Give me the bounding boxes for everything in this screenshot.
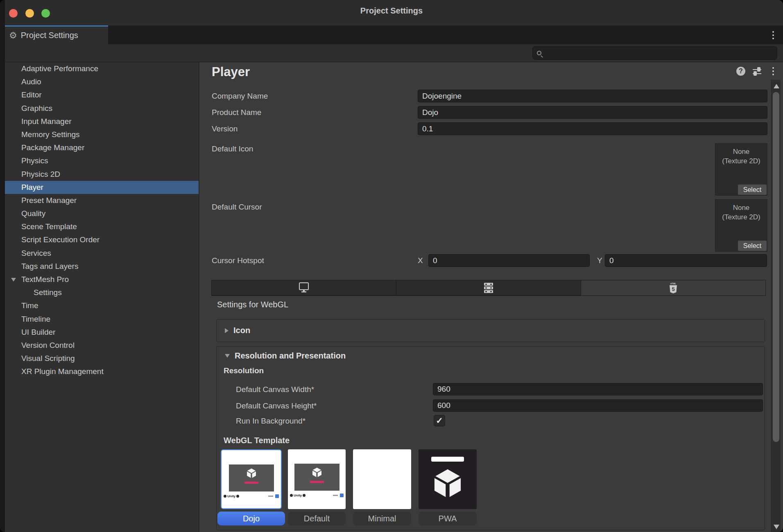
sidebar-item-physics-2d[interactable]: Physics 2D [5, 168, 199, 181]
sidebar-item-visual-scripting[interactable]: Visual Scripting [5, 352, 199, 365]
presets-icon[interactable] [752, 67, 762, 77]
sidebar-item-settings[interactable]: Settings [5, 286, 199, 299]
platform-tab-webgl[interactable]: HTML 5 [581, 280, 765, 295]
webgl-template-card-dojo[interactable]: Unity [221, 449, 282, 509]
hotspot-y-label: Y [597, 254, 602, 267]
default-cursor-select-button[interactable]: Select [738, 241, 767, 251]
blue-badge-icon [275, 494, 279, 498]
platform-tab-desktop[interactable] [212, 280, 396, 295]
product-name-label: Product Name [212, 106, 261, 119]
default-icon-texture-well[interactable]: None(Texture 2D) Select [715, 143, 767, 196]
tab-menu-kebab-icon[interactable] [772, 31, 774, 39]
pwa-address-bar [431, 457, 464, 462]
svg-text:HTML: HTML [670, 282, 676, 284]
sidebar-item-timeline[interactable]: Timeline [5, 313, 199, 326]
webgl-template-name-dojo[interactable]: Dojo [217, 512, 285, 525]
desktop-monitor-icon [297, 282, 311, 293]
template-preview-footer: Unity [290, 493, 344, 498]
product-name-field[interactable]: Dojo [418, 106, 767, 119]
sidebar-item-physics[interactable]: Physics [5, 154, 199, 167]
titlebar: Project Settings [0, 0, 783, 25]
resolution-presentation-section: Resolution and Presentation Resolution D… [216, 346, 765, 530]
chevron-down-icon [225, 354, 230, 358]
default-cursor-none-text: None(Texture 2D) [715, 203, 767, 222]
sidebar-item-script-execution-order[interactable]: Script Execution Order [5, 233, 199, 246]
tab-project-settings[interactable]: ⚙ Project Settings [3, 25, 108, 44]
default-cursor-label: Default Cursor [212, 201, 262, 213]
tab-bar: ⚙ Project Settings [0, 25, 783, 44]
dedicated-server-icon [483, 282, 494, 293]
sidebar-item-services[interactable]: Services [5, 247, 199, 260]
gear-icon: ⚙ [9, 31, 17, 40]
run-in-background-checkbox[interactable]: ✓ [434, 415, 445, 426]
vertical-scrollbar [771, 80, 781, 532]
toolbar [0, 44, 783, 62]
run-in-background-label: Run In Background* [236, 415, 306, 427]
canvas-width-field[interactable]: 960 [433, 383, 763, 395]
version-field[interactable]: 0.1 [418, 122, 767, 135]
unity-pink-bar [244, 482, 258, 484]
hotspot-y-field[interactable]: 0 [605, 254, 767, 267]
search-box [532, 46, 777, 60]
tab-label: Project Settings [21, 31, 78, 40]
default-cursor-texture-well[interactable]: None(Texture 2D) Select [715, 199, 767, 252]
template-preview [294, 464, 339, 491]
sidebar-item-scene-template[interactable]: Scene Template [5, 220, 199, 233]
svg-text:5: 5 [672, 286, 674, 292]
company-name-field[interactable]: Dojoengine [418, 90, 767, 102]
webgl-template-name-default[interactable]: Default [288, 512, 346, 525]
sidebar-item-package-manager[interactable]: Package Manager [5, 141, 199, 154]
platform-tab-dedicated-server[interactable] [396, 280, 581, 295]
scrollbar-thumb[interactable] [773, 92, 779, 442]
sidebar-item-editor[interactable]: Editor [5, 88, 199, 101]
resolution-presentation-title: Resolution and Presentation [235, 351, 346, 361]
template-preview [229, 464, 274, 491]
webgl-template-name-minimal[interactable]: Minimal [353, 512, 411, 525]
sidebar-item-xr-plugin-management[interactable]: XR Plugin Management [5, 365, 199, 378]
window-title: Project Settings [0, 6, 783, 16]
webgl-template-card-default[interactable]: Unity [288, 449, 346, 509]
sidebar-item-audio[interactable]: Audio [5, 75, 199, 88]
resolution-presentation-foldout[interactable]: Resolution and Presentation [225, 351, 346, 361]
default-icon-none-text: None(Texture 2D) [715, 147, 767, 166]
sidebar-item-input-manager[interactable]: Input Manager [5, 115, 199, 128]
sidebar-item-preset-manager[interactable]: Preset Manager [5, 194, 199, 207]
canvas-height-label: Default Canvas Height* [236, 399, 317, 412]
unity-logo [312, 467, 322, 478]
sidebar-item-textmesh-pro[interactable]: TextMesh Pro [5, 273, 199, 286]
sidebar-item-time[interactable]: Time [5, 299, 199, 312]
chevron-right-icon [225, 328, 229, 333]
default-icon-label: Default Icon [212, 142, 253, 155]
scroll-down-icon[interactable] [774, 525, 779, 529]
help-icon[interactable]: ? [736, 67, 745, 76]
search-input[interactable] [545, 49, 766, 58]
sidebar-item-quality[interactable]: Quality [5, 207, 199, 220]
page-title: Player [212, 65, 250, 79]
blue-badge-icon [340, 494, 344, 497]
company-name-label: Company Name [212, 90, 268, 102]
default-icon-select-button[interactable]: Select [738, 185, 767, 195]
icon-foldout[interactable]: Icon [225, 326, 250, 335]
scroll-up-icon[interactable] [774, 84, 779, 88]
sidebar-item-memory-settings[interactable]: Memory Settings [5, 128, 199, 141]
sidebar-item-player[interactable]: Player [5, 181, 199, 194]
left-edge-strip [0, 0, 5, 532]
panel-menu-kebab-icon[interactable] [772, 67, 774, 75]
sidebar-item-ui-builder[interactable]: UI Builder [5, 326, 199, 339]
sidebar-item-version-control[interactable]: Version Control [5, 339, 199, 352]
webgl-template-heading: WebGL Template [224, 436, 290, 445]
pwa-unity-logo [432, 466, 463, 502]
hotspot-x-label: X [418, 254, 423, 267]
sidebar-item-adaptive-performance[interactable]: Adaptive Performance [5, 62, 199, 75]
canvas-height-field[interactable]: 600 [433, 399, 763, 412]
template-preview-footer: Unity [224, 494, 279, 498]
webgl-template-card-minimal[interactable] [353, 449, 411, 509]
html5-icon: HTML 5 [668, 282, 678, 294]
hotspot-x-field[interactable]: 0 [428, 254, 590, 267]
webgl-template-name-pwa[interactable]: PWA [419, 512, 477, 525]
sidebar-item-graphics[interactable]: Graphics [5, 102, 199, 115]
foldout-open-icon[interactable] [11, 278, 16, 282]
webgl-template-card-pwa[interactable] [419, 449, 477, 509]
sidebar-item-tags-and-layers[interactable]: Tags and Layers [5, 260, 199, 273]
icon-section-title: Icon [233, 326, 250, 335]
